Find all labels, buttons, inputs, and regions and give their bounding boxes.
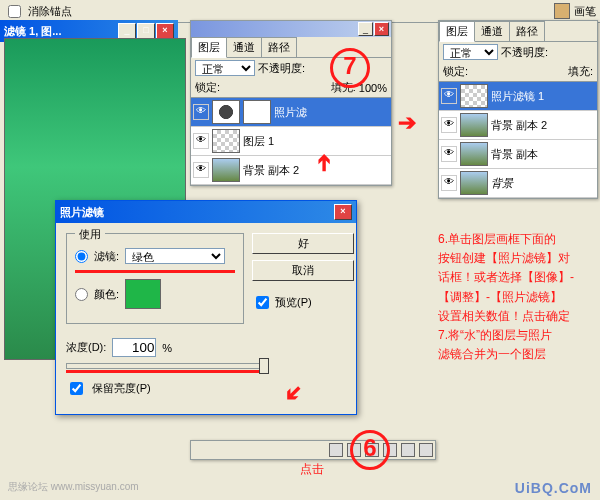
layer-item[interactable]: 👁 背景 副本 2: [439, 111, 597, 140]
density-input[interactable]: [112, 338, 156, 357]
dialog-body: 使用 滤镜: 绿色 颜色: 好 取消: [56, 223, 356, 414]
layer-item[interactable]: 👁 背景: [439, 169, 597, 198]
fill-label: 填充:: [568, 64, 593, 79]
filter-radio[interactable]: [75, 250, 88, 263]
layer-name: 图层 1: [243, 134, 274, 149]
layer-item[interactable]: 👁 图层 1: [191, 127, 391, 156]
layer-item[interactable]: 👁 背景 副本: [439, 140, 597, 169]
layer-name: 照片滤: [274, 105, 307, 120]
layer-thumb: [460, 113, 488, 137]
layer-thumb: [460, 142, 488, 166]
watermark: UiBQ.CoM: [515, 480, 592, 496]
panel-tabs: 图层 通道 路径: [439, 21, 597, 42]
lock-row: 锁定: 填充:: [439, 62, 597, 81]
new-layer-icon[interactable]: [401, 443, 415, 457]
color-label: 颜色:: [94, 287, 119, 302]
group-title: 使用: [75, 227, 105, 242]
visibility-icon[interactable]: 👁: [193, 162, 209, 178]
layer-item[interactable]: 👁 照片滤镜 1: [439, 82, 597, 111]
panel-footer-bar: [190, 440, 436, 460]
photo-filter-dialog: 照片滤镜 × 使用 滤镜: 绿色 颜色:: [55, 200, 357, 415]
layers-panel-2: 图层 通道 路径 正常 不透明度: 锁定: 填充: 👁 照片滤镜 1 👁 背景 …: [438, 20, 598, 199]
arrow-icon: ➔: [311, 154, 337, 172]
blend-mode-select[interactable]: 正常: [195, 60, 255, 76]
preview-row: 预览(P): [252, 293, 354, 312]
use-group: 使用 滤镜: 绿色 颜色:: [66, 233, 244, 324]
layer-thumb: [212, 158, 240, 182]
tab-paths[interactable]: 路径: [261, 37, 297, 57]
dialog-close-button[interactable]: ×: [334, 204, 352, 220]
tab-layers[interactable]: 图层: [439, 21, 475, 42]
lock-label: 锁定:: [195, 80, 220, 95]
annotation-number-6: 6: [350, 430, 390, 470]
tab-paths[interactable]: 路径: [509, 21, 545, 41]
preserve-checkbox[interactable]: [70, 382, 83, 395]
annotation-instructions: 6.单击图层画框下面的 按钮创建【照片滤镜】对 话框！或者选择【图像】- 【调整…: [438, 230, 598, 364]
layer-name: 背景 副本 2: [243, 163, 299, 178]
visibility-icon[interactable]: 👁: [441, 117, 457, 133]
layer-thumb: [212, 129, 240, 153]
density-label: 浓度(D):: [66, 340, 106, 355]
color-swatch[interactable]: [125, 279, 161, 309]
brush-label: 画笔: [574, 4, 596, 19]
layer-item[interactable]: 👁 照片滤: [191, 98, 391, 127]
layer-name: 背景 副本: [491, 147, 538, 162]
mask-thumb: [243, 100, 271, 124]
blend-mode-select[interactable]: 正常: [443, 44, 498, 60]
lock-label: 锁定:: [443, 64, 468, 79]
density-unit: %: [162, 342, 172, 354]
blend-row: 正常 不透明度:: [439, 42, 597, 62]
clear-anchor-label: 消除锚点: [28, 4, 72, 19]
preview-label: 预览(P): [275, 295, 312, 310]
slider-thumb[interactable]: [259, 358, 269, 374]
preserve-label: 保留亮度(P): [92, 381, 151, 396]
tab-layers[interactable]: 图层: [191, 37, 227, 58]
tab-channels[interactable]: 通道: [474, 21, 510, 41]
trash-icon[interactable]: [419, 443, 433, 457]
clear-anchor-checkbox[interactable]: [8, 5, 21, 18]
footer-credit: 思缘论坛 www.missyuan.com: [8, 480, 139, 494]
visibility-icon[interactable]: 👁: [193, 133, 209, 149]
fill-value: 100%: [359, 82, 387, 94]
panel-foot: [191, 440, 435, 459]
adjustment-thumb: [212, 100, 240, 124]
ok-button[interactable]: 好: [252, 233, 354, 254]
maximize-button[interactable]: □: [137, 23, 155, 39]
red-underline: [75, 270, 235, 273]
red-underline: [66, 370, 266, 373]
density-slider[interactable]: [66, 363, 268, 369]
brush-icon[interactable]: [554, 3, 570, 19]
visibility-icon[interactable]: 👁: [441, 146, 457, 162]
close-button[interactable]: ×: [156, 23, 174, 39]
tab-channels[interactable]: 通道: [226, 37, 262, 57]
dialog-titlebar: 照片滤镜 ×: [56, 201, 356, 223]
layer-list: 👁 照片滤镜 1 👁 背景 副本 2 👁 背景 副本 👁 背景: [439, 81, 597, 198]
layer-name: 背景 副本 2: [491, 118, 547, 133]
filter-label: 滤镜:: [94, 249, 119, 264]
layer-name: 背景: [491, 176, 513, 191]
visibility-icon[interactable]: 👁: [441, 88, 457, 104]
document-title: 滤镜 1, 图...: [4, 24, 117, 39]
preview-checkbox[interactable]: [256, 296, 269, 309]
filter-radio-row: 滤镜: 绿色: [75, 248, 235, 264]
minimize-button[interactable]: _: [118, 23, 136, 39]
dialog-title: 照片滤镜: [60, 205, 333, 220]
layers-panel-1: _ × 图层 通道 路径 正常 不透明度: 锁定: 填充: 100% 👁 照片滤…: [190, 20, 392, 186]
annotation-number-7: 7: [330, 48, 370, 88]
panel-titlebar: _ ×: [191, 21, 391, 37]
filter-select[interactable]: 绿色: [125, 248, 225, 264]
cancel-button[interactable]: 取消: [252, 260, 354, 281]
arrow-icon: ➔: [398, 110, 416, 136]
color-radio[interactable]: [75, 288, 88, 301]
density-row: 浓度(D): %: [66, 338, 346, 357]
opacity-label: 不透明度:: [258, 61, 305, 76]
annotation-click: 点击: [300, 460, 324, 479]
layer-item[interactable]: 👁 背景 副本 2: [191, 156, 391, 185]
panel-close-icon[interactable]: ×: [374, 22, 389, 36]
layer-thumb: [460, 171, 488, 195]
visibility-icon[interactable]: 👁: [441, 175, 457, 191]
panel-minimize-icon[interactable]: _: [358, 22, 373, 36]
color-radio-row: 颜色:: [75, 279, 235, 309]
fx-icon[interactable]: [329, 443, 343, 457]
visibility-icon[interactable]: 👁: [193, 104, 209, 120]
